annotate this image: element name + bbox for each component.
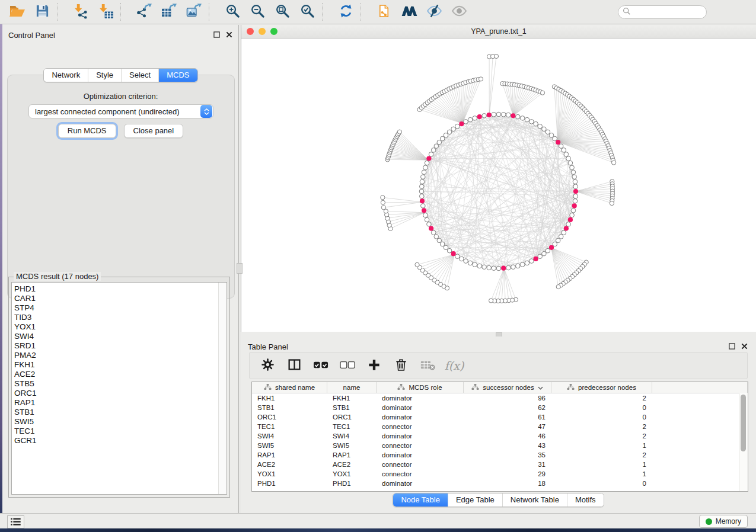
float-table-panel-icon[interactable] [729, 342, 735, 351]
mcds-result-list[interactable]: PHD1CAR1STP4TID3YOX1SWI4SRD1PMA2FKH1ACE2… [11, 282, 227, 495]
mcds-result-node[interactable]: STB5 [12, 379, 227, 389]
close-panel-button[interactable]: Close panel [124, 124, 184, 138]
tab-edge-table[interactable]: Edge Table [448, 493, 502, 507]
mcds-result-node[interactable]: SWI4 [12, 332, 227, 341]
show-all-button [446, 2, 471, 22]
tab-mcds[interactable]: MCDS [158, 69, 197, 82]
close-panel-icon[interactable] [226, 31, 232, 40]
mcds-result-node[interactable]: CAR1 [12, 294, 227, 303]
zoom-out-button[interactable] [245, 2, 270, 22]
zoom-in-button[interactable] [220, 2, 245, 22]
check-pair-icon [313, 360, 329, 371]
tree-icon [264, 384, 272, 392]
hide-selected-button[interactable] [422, 2, 446, 22]
delete-column-button[interactable] [393, 357, 409, 374]
network-window-titlebar[interactable]: YPA_prune.txt_1 [241, 25, 756, 39]
mcds-result-node[interactable]: PHD1 [12, 284, 227, 294]
fx-icon: f(x) [445, 359, 464, 372]
table-row[interactable]: PHD1PHD1dominator180 [252, 479, 748, 488]
table-row[interactable]: ORC1ORC1dominator610 [252, 412, 748, 422]
mcds-result-node[interactable]: STP4 [12, 303, 227, 313]
column-header-name[interactable]: name [327, 382, 377, 393]
select-all-rows-button[interactable] [312, 357, 329, 374]
column-header-mcds-role[interactable]: MCDS role [377, 382, 464, 393]
cell-mcds-role: connector [377, 422, 464, 431]
zoom-selected-button[interactable] [295, 2, 320, 22]
mcds-result-group: MCDS result (17 nodes) PHD1CAR1STP4TID3Y… [8, 277, 230, 498]
export-network-button[interactable] [132, 2, 157, 22]
mcds-result-node[interactable]: PMA2 [12, 351, 227, 360]
table-row[interactable]: STB1STB1dominator620 [252, 403, 748, 412]
cell-successor-nodes: 31 [464, 460, 551, 469]
import-table-from-file-button[interactable] [93, 2, 118, 22]
zoom-in-icon [225, 4, 240, 20]
table-row[interactable]: ACE2ACE2connector311 [252, 460, 748, 469]
memory-button[interactable]: Memory [699, 515, 748, 528]
tab-motifs[interactable]: Motifs [567, 493, 604, 507]
cell-successor-nodes: 43 [464, 441, 551, 450]
panel-splitter-handle[interactable] [237, 263, 243, 274]
mcds-result-node[interactable]: STB1 [12, 408, 227, 417]
deselect-all-rows-button[interactable] [339, 357, 356, 374]
cell-name: TEC1 [327, 422, 377, 431]
export-image-button[interactable] [181, 2, 206, 22]
table-scrollbar[interactable] [739, 393, 748, 491]
status-bar: Memory [0, 513, 756, 528]
mcds-result-node[interactable]: RAP1 [12, 398, 227, 408]
search-input[interactable] [631, 7, 725, 17]
tab-network-table[interactable]: Network Table [502, 493, 567, 507]
mcds-result-node[interactable]: TEC1 [12, 427, 227, 436]
export-table-button[interactable] [157, 2, 181, 22]
network-canvas[interactable] [241, 39, 756, 332]
table-scrollbar-thumb[interactable] [741, 395, 746, 451]
import-network-from-file-button[interactable] [68, 2, 93, 22]
tab-select[interactable]: Select [121, 69, 158, 82]
save-session-button[interactable] [30, 2, 55, 22]
table-row[interactable]: SWI4SWI4dominator462 [252, 431, 748, 441]
criterion-dropdown[interactable]: largest connected component (undirected) [28, 104, 213, 118]
memory-status-icon [706, 518, 712, 525]
search-box[interactable] [618, 5, 707, 19]
column-header-predecessor-nodes[interactable]: predecessor nodes [551, 382, 652, 393]
apply-layout-button[interactable] [333, 2, 358, 22]
close-table-panel-icon[interactable] [741, 342, 748, 351]
open-file-button[interactable] [5, 2, 30, 22]
cell-predecessor-nodes: 1 [551, 469, 652, 479]
binoculars-icon [401, 5, 417, 19]
table-row[interactable]: YOX1YOX1connector291 [252, 469, 748, 479]
mcds-result-node[interactable]: TID3 [12, 313, 227, 322]
table-row[interactable]: FKH1FKH1dominator962 [252, 393, 748, 403]
table-row[interactable]: RAP1RAP1dominator352 [252, 450, 748, 460]
mcds-result-node[interactable]: YOX1 [12, 322, 227, 332]
show-columns-button[interactable] [286, 357, 302, 374]
task-history-button[interactable] [7, 515, 24, 528]
run-mcds-button[interactable]: Run MCDS [58, 124, 116, 138]
tab-node-table[interactable]: Node Table [393, 493, 448, 507]
create-column-button[interactable] [366, 357, 382, 374]
main-toolbar [0, 0, 756, 24]
mcds-result-node[interactable]: SRD1 [12, 341, 227, 351]
column-header-successor-nodes[interactable]: successor nodes [464, 382, 551, 393]
table-row[interactable]: SWI5SWI5connector431 [252, 441, 748, 450]
toolbar-separator [361, 3, 369, 21]
network-snapshot-button[interactable] [372, 2, 397, 22]
mcds-result-node[interactable]: ACE2 [12, 370, 227, 379]
table-toolbar: f(x) [249, 352, 748, 379]
table-row[interactable]: TEC1TEC1connector472 [252, 422, 748, 431]
tab-network[interactable]: Network [44, 69, 88, 82]
mcds-result-node[interactable]: GCR1 [12, 436, 227, 446]
mcds-result-node[interactable]: ORC1 [12, 389, 227, 398]
horizontal-splitter[interactable] [241, 332, 756, 336]
cell-mcds-role: dominator [377, 403, 464, 412]
table-options-button[interactable] [259, 357, 276, 374]
zoom-fit-button[interactable] [270, 2, 295, 22]
mcds-result-node[interactable]: SWI5 [12, 417, 227, 427]
tab-style[interactable]: Style [88, 69, 121, 82]
function-builder-button: f(x) [446, 357, 462, 374]
column-header-shared-name[interactable]: shared name [252, 382, 327, 393]
cell-shared-name: ORC1 [252, 412, 327, 422]
mcds-result-node[interactable]: FKH1 [12, 360, 227, 370]
result-list-scrollbar[interactable] [218, 283, 227, 494]
find-neighbors-button[interactable] [397, 2, 422, 22]
float-panel-icon[interactable] [213, 31, 220, 40]
